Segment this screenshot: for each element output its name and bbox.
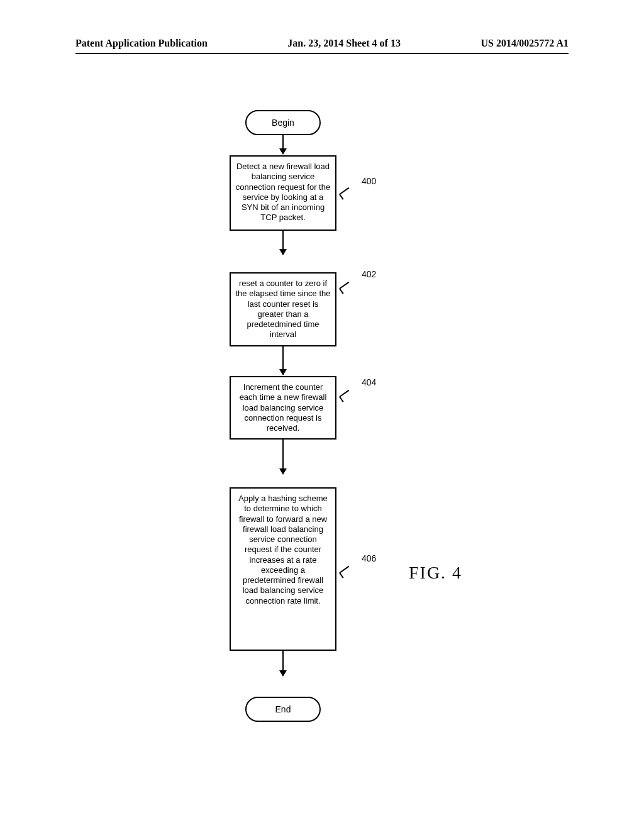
arrow-406-to-end bbox=[282, 651, 284, 676]
flow-begin-wrap: Begin bbox=[230, 110, 336, 154]
ref-406: 406 bbox=[362, 553, 376, 563]
ref-406-tick bbox=[340, 566, 352, 578]
step-406-wrap: Apply a hashing scheme to determine to w… bbox=[230, 487, 336, 676]
arrow-404-to-406 bbox=[282, 440, 284, 474]
step-404-box: Increment the counter each time a new fi… bbox=[230, 376, 336, 440]
header-center: Jan. 23, 2014 Sheet 4 of 13 bbox=[287, 38, 401, 49]
page: Patent Application Publication Jan. 23, … bbox=[0, 0, 644, 830]
ref-404-tick bbox=[340, 390, 352, 402]
ref-400: 400 bbox=[362, 176, 376, 186]
header-left: Patent Application Publication bbox=[75, 38, 208, 49]
arrow-402-to-404 bbox=[282, 346, 284, 375]
step-402-wrap: reset a counter to zero if the elapsed t… bbox=[230, 272, 336, 375]
step-402-box: reset a counter to zero if the elapsed t… bbox=[230, 272, 336, 346]
ref-402: 402 bbox=[362, 269, 376, 279]
ref-402-tick bbox=[340, 282, 352, 294]
arrow-begin-to-400 bbox=[282, 135, 284, 154]
ref-404: 404 bbox=[362, 377, 376, 387]
terminator-end: End bbox=[245, 697, 321, 722]
terminator-begin-label: Begin bbox=[272, 118, 294, 128]
terminator-begin: Begin bbox=[245, 110, 321, 135]
page-header: Patent Application Publication Jan. 23, … bbox=[0, 38, 644, 49]
flow-end-wrap: End bbox=[230, 697, 336, 722]
step-400-box: Detect a new firewall load balancing ser… bbox=[230, 155, 336, 231]
ref-400-tick bbox=[340, 187, 352, 200]
step-402-text: reset a counter to zero if the elapsed t… bbox=[235, 279, 330, 339]
header-right: US 2014/0025772 A1 bbox=[480, 38, 569, 49]
header-rule bbox=[75, 53, 569, 54]
step-404-text: Increment the counter each time a new fi… bbox=[240, 382, 327, 433]
step-404-wrap: Increment the counter each time a new fi… bbox=[230, 376, 336, 474]
step-400-wrap: Detect a new firewall load balancing ser… bbox=[230, 155, 336, 255]
step-406-box: Apply a hashing scheme to determine to w… bbox=[230, 487, 336, 651]
terminator-end-label: End bbox=[275, 704, 291, 714]
step-406-text: Apply a hashing scheme to determine to w… bbox=[238, 494, 328, 606]
step-400-text: Detect a new firewall load balancing ser… bbox=[236, 162, 330, 222]
arrow-400-to-402 bbox=[282, 231, 284, 255]
figure-label: FIG. 4 bbox=[409, 563, 462, 583]
